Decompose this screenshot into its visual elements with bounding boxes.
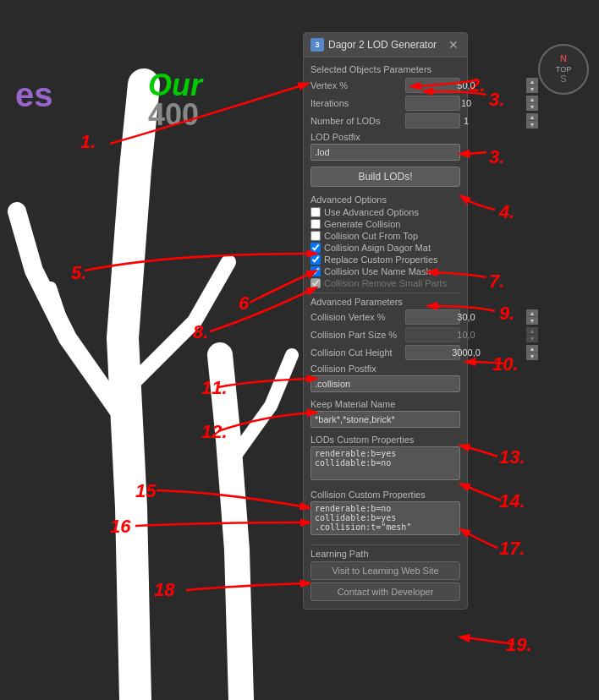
collision-part-input[interactable]: [406, 330, 526, 340]
advanced-options-title: Advanced Options: [310, 194, 460, 205]
iterations-down[interactable]: ▼: [526, 103, 538, 111]
collision-cut-height-input[interactable]: [406, 347, 526, 358]
compass-n: N: [556, 53, 571, 64]
learning-path-title: Learning Path: [310, 544, 460, 559]
collision-custom-label: Collision Custom Properties: [310, 489, 460, 500]
collision-cut-height-label: Collision Cut Height: [310, 347, 405, 358]
collision-cut-top-checkbox[interactable]: [310, 231, 321, 241]
collision-use-name-checkbox[interactable]: [310, 266, 321, 276]
collision-cut-height-row: Collision Cut Height ▲ ▼: [310, 345, 460, 360]
vertex-down[interactable]: ▼: [526, 85, 538, 93]
num-lods-row: Number of LODs ▲ ▼: [310, 113, 460, 129]
replace-custom-row: Replace Custom Properties: [310, 254, 460, 265]
collision-asign-label: Collision Asign Dagor Mat: [324, 243, 431, 253]
collision-cut-height-spinbox[interactable]: ▲ ▼: [405, 345, 460, 360]
vertex-spinbox[interactable]: ▲ ▼: [405, 78, 460, 93]
iterations-input[interactable]: [406, 98, 526, 108]
collision-postfix-label: Collision Postfix: [310, 364, 460, 374]
collision-part-row: Collision Part Size % ▲ ▼: [310, 327, 460, 342]
use-advanced-row: Use Advanced Options: [310, 207, 460, 217]
lod-postfix-label: LOD Postfix: [310, 132, 460, 142]
collision-custom-textarea[interactable]: renderable:b=no collidable:b=yes .collis…: [310, 501, 460, 535]
gen-collision-checkbox[interactable]: [310, 219, 321, 229]
visit-website-button[interactable]: Visit to Learning Web Site: [310, 561, 460, 580]
collision-vertex-label: Collision Vertex %: [310, 312, 405, 322]
gen-collision-label: Generate Collision: [324, 219, 401, 229]
compass: N TOP S: [538, 44, 589, 95]
collision-vertex-row: Collision Vertex % ▲ ▼: [310, 309, 460, 325]
panel-body: Selected Objects Parameters Vertex % ▲ ▼…: [304, 57, 467, 609]
num-lods-arrows: ▲ ▼: [526, 113, 538, 129]
close-button[interactable]: ✕: [447, 38, 460, 52]
collision-vertex-arrows: ▲ ▼: [526, 309, 538, 325]
collision-part-down[interactable]: ▼: [526, 335, 538, 342]
collision-part-up[interactable]: ▲: [526, 327, 538, 335]
vertex-label: Vertex %: [310, 80, 405, 90]
compass-s: S: [556, 74, 571, 85]
num-lods-down[interactable]: ▼: [526, 121, 538, 129]
iterations-spinbox[interactable]: ▲ ▼: [405, 96, 460, 111]
collision-cut-top-row: Collision Cut From Top: [310, 231, 460, 241]
collision-cut-top-label: Collision Cut From Top: [324, 231, 418, 241]
build-lods-button[interactable]: Build LODs!: [310, 167, 460, 187]
four-hundred-text: 400: [148, 97, 199, 133]
iterations-label: Iterations: [310, 98, 405, 108]
collision-vertex-down[interactable]: ▼: [526, 317, 538, 325]
collision-vertex-input[interactable]: [406, 312, 526, 322]
use-advanced-label: Use Advanced Options: [324, 207, 419, 217]
vertex-input[interactable]: [406, 80, 526, 90]
collision-cut-height-arrows: ▲ ▼: [526, 345, 538, 360]
iterations-row: Iterations ▲ ▼: [310, 96, 460, 111]
compass-top: TOP: [556, 65, 571, 74]
contact-developer-button[interactable]: Contact with Developer: [310, 582, 460, 601]
vertex-arrows: ▲ ▼: [526, 78, 538, 93]
iterations-arrows: ▲ ▼: [526, 96, 538, 111]
lod-postfix-input[interactable]: [310, 144, 460, 161]
gen-collision-row: Generate Collision: [310, 219, 460, 229]
keep-material-label: Keep Material Name: [310, 399, 460, 409]
collision-asign-row: Collision Asign Dagor Mat: [310, 243, 460, 253]
vertex-row: Vertex % ▲ ▼: [310, 78, 460, 93]
num-lods-up[interactable]: ▲: [526, 113, 538, 121]
lod-generator-panel: 3 Dagor 2 LOD Generator ✕ Selected Objec…: [303, 32, 468, 610]
collision-part-spinbox[interactable]: ▲ ▼: [405, 327, 460, 342]
collision-part-label: Collision Part Size %: [310, 330, 405, 340]
num-lods-input[interactable]: [406, 116, 526, 126]
collision-postfix-input[interactable]: [310, 375, 460, 392]
collision-vertex-spinbox[interactable]: ▲ ▼: [405, 309, 460, 325]
collision-remove-label: Collision Remove Small Parts: [324, 278, 447, 288]
replace-custom-checkbox[interactable]: [310, 254, 321, 265]
collision-remove-checkbox[interactable]: [310, 278, 321, 288]
collision-vertex-up[interactable]: ▲: [526, 309, 538, 317]
num-lods-spinbox[interactable]: ▲ ▼: [405, 113, 460, 129]
collision-use-name-label: Collision Use Name Mask: [324, 266, 431, 276]
replace-custom-label: Replace Custom Properties: [324, 254, 438, 265]
collision-part-arrows: ▲ ▼: [526, 327, 538, 342]
keep-material-input[interactable]: [310, 411, 460, 428]
collision-remove-row: Collision Remove Small Parts: [310, 278, 460, 288]
panel-icon: 3: [310, 38, 324, 52]
num-lods-label: Number of LODs: [310, 116, 405, 126]
advanced-params-title: Advanced Parameters: [310, 293, 460, 307]
panel-title: Dagor 2 LOD Generator: [328, 39, 437, 51]
collision-cut-height-down[interactable]: ▼: [526, 353, 538, 360]
lods-custom-label: LODs Custom Properties: [310, 435, 460, 445]
panel-header-left: 3 Dagor 2 LOD Generator: [310, 38, 437, 52]
collision-asign-checkbox[interactable]: [310, 243, 321, 253]
selected-objects-label: Selected Objects Parameters: [310, 64, 460, 74]
iterations-up[interactable]: ▲: [526, 96, 538, 103]
collision-cut-height-up[interactable]: ▲: [526, 345, 538, 353]
vertex-up[interactable]: ▲: [526, 78, 538, 85]
collision-use-name-row: Collision Use Name Mask: [310, 266, 460, 276]
use-advanced-checkbox[interactable]: [310, 207, 321, 217]
lods-custom-textarea[interactable]: renderable:b=yes collidable:b=no: [310, 446, 460, 480]
es-text: es: [15, 76, 53, 114]
panel-header: 3 Dagor 2 LOD Generator ✕: [304, 33, 467, 57]
